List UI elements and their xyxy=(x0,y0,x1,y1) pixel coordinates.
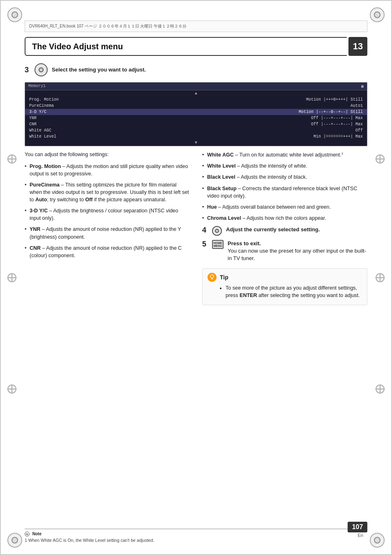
menu-row-5: White AGC Off xyxy=(25,127,367,134)
main-content: 3 Select the setting you want to adjust.… xyxy=(25,61,367,522)
chapter-badge: 13 xyxy=(348,37,367,56)
bullet-hue-desc: – Adjusts overall balance between red an… xyxy=(218,204,331,210)
bullet-hue: Hue – Adjusts overall balance between re… xyxy=(202,203,367,211)
corner-decoration-tl xyxy=(7,7,22,22)
menu-row-6: White Level Min |=======+++| Max xyxy=(25,134,367,140)
footnote-area: N Note 1 When White AGC is On, the White… xyxy=(25,529,367,543)
bullet-white-agc-term: White AGC xyxy=(207,152,234,158)
step4-text: Adjust the currently selected setting. xyxy=(226,226,320,233)
menu-row-3: YNR Off |---+---+---| Max xyxy=(25,115,367,121)
file-header-bar: DVR640H_RLT_EN.book 107 ページ ２００６年４月１１日 火… xyxy=(25,21,367,32)
footnote-label: N Note xyxy=(25,532,367,537)
tip-header: Tip xyxy=(208,273,362,282)
file-info-text: DVR640H_RLT_EN.book 107 ページ ２００６年４月１１日 火… xyxy=(29,23,187,29)
menu-title-bar: Memory1 ▣ xyxy=(25,83,367,90)
bullet-chroma-level-term: Chroma Level xyxy=(207,215,241,221)
page-lang: En xyxy=(358,533,363,538)
menu-row-4-label: CNR xyxy=(29,122,37,127)
bullet-prog-motion-term: Prog. Motion xyxy=(30,164,61,169)
corner-decoration-tr xyxy=(370,7,385,22)
edge-mark-right-mid xyxy=(376,273,385,282)
lightbulb-icon xyxy=(209,274,215,280)
bullet-3d-yc-desc: – Adjusts the brightness / colour separa… xyxy=(30,208,178,221)
footnote-label-text: Note xyxy=(32,532,42,536)
step3-intro: 3 Select the setting you want to adjust. xyxy=(25,63,367,76)
left-bullet-list: Prog. Motion – Adjusts the motion and st… xyxy=(25,163,190,259)
page-number-box: 107 xyxy=(348,522,367,532)
step5-number: 5 xyxy=(202,240,208,249)
content-columns: You can adjust the following settings: P… xyxy=(25,151,367,305)
menu-row-4-value: Off |---+---+---| Max xyxy=(311,122,363,127)
bullet-white-level-desc: – Adjusts the intensity of white. xyxy=(237,163,307,169)
tip-content: To see more of the picture as you adjust… xyxy=(208,284,362,299)
tip-box: Tip To see more of the picture as you ad… xyxy=(202,268,367,305)
menu-row-0-value: Motion |+++0++++| Still xyxy=(306,97,363,102)
bullet-black-level-term: Black Level xyxy=(207,174,235,180)
bullet-purecinema: PureCinema – This setting optimizes the … xyxy=(25,181,190,203)
bullet-purecinema-term: PureCinema xyxy=(30,182,60,188)
menu-row-2-label: 3-D Y/C xyxy=(29,110,46,114)
menu-row-0-label: Prog. Motion xyxy=(29,97,59,102)
step3-number: 3 xyxy=(25,66,30,74)
bullet-white-level: White Level – Adjusts the intensity of w… xyxy=(202,162,367,170)
bullet-cnr-desc: – Adjusts the amount of noise reduction … xyxy=(30,245,182,258)
step4-number: 4 xyxy=(202,226,208,235)
bullet-ynr: YNR – Adjusts the amount of noise reduct… xyxy=(25,226,190,240)
edge-mark-right-top xyxy=(376,154,385,164)
section-title-bar: The Video Adjust menu xyxy=(25,37,347,56)
intro-paragraph: You can adjust the following settings: xyxy=(25,151,190,159)
menu-nav-up: ▲ xyxy=(25,90,367,97)
menu-nav-down: ▼ xyxy=(25,140,367,146)
edge-mark-left-mid xyxy=(7,273,16,282)
bullet-black-setup-term: Black Setup xyxy=(207,186,237,191)
bullet-prog-motion: Prog. Motion – Adjusts the motion and st… xyxy=(25,163,190,177)
menu-row-1: PureCinema Auto1 xyxy=(25,103,367,109)
page-number: 107 xyxy=(352,523,363,530)
step4-dial-icon xyxy=(212,226,222,236)
bullet-black-level: Black Level – Adjusts the intensity of b… xyxy=(202,173,367,181)
menu-row-5-label: White AGC xyxy=(29,128,51,133)
bullet-black-level-desc: – Adjusts the intensity of black. xyxy=(237,174,307,180)
bullet-ynr-term: YNR xyxy=(30,226,40,232)
menu-close-btn: ▣ xyxy=(361,84,364,89)
tip-bullet-1: To see more of the picture as you adjust… xyxy=(226,284,362,299)
step3-dial-icon xyxy=(35,63,48,76)
step5-row: 5 HOMEMENU Press to exit. You can now us… xyxy=(202,240,367,263)
bullet-3d-yc-term: 3-D Y/C xyxy=(30,208,48,214)
right-column: White AGC – Turn on for automatic white … xyxy=(202,151,367,305)
corner-decoration-br xyxy=(370,533,385,548)
svg-text:N: N xyxy=(26,532,28,536)
step5-action-text: Press to exit. xyxy=(228,240,261,246)
menu-row-3-value: Off |---+---+---| Max xyxy=(311,116,363,120)
edge-mark-right-bot xyxy=(376,385,385,394)
menu-row-1-label: PureCinema xyxy=(29,104,54,108)
tip-title: Tip xyxy=(220,274,228,281)
menu-row-1-value: Auto1 xyxy=(350,104,363,108)
menu-row-5-value: Off xyxy=(355,128,363,133)
step4-row: 4 Adjust the currently selected setting. xyxy=(202,226,367,236)
bullet-white-level-term: White Level xyxy=(207,163,235,169)
note-icon: N xyxy=(25,532,30,537)
chapter-number: 13 xyxy=(353,41,363,52)
right-bullet-list: White AGC – Turn on for automatic white … xyxy=(202,151,367,222)
footnote-text: 1 When White AGC is On, the White Level … xyxy=(25,538,367,543)
svg-rect-1 xyxy=(212,278,213,279)
bullet-3d-yc: 3-D Y/C – Adjusts the brightness / colou… xyxy=(25,207,190,222)
bullet-hue-term: Hue xyxy=(207,204,217,210)
bullet-chroma-level: Chroma Level – Adjusts how rich the colo… xyxy=(202,214,367,222)
menu-row-6-label: White Level xyxy=(29,134,56,139)
menu-screenshot: Memory1 ▣ ▲ Prog. Motion Motion |+++0+++… xyxy=(25,82,367,146)
bullet-cnr-term: CNR xyxy=(30,245,41,251)
bullet-white-agc: White AGC – Turn on for automatic white … xyxy=(202,151,367,159)
step3-text: Select the setting you want to adjust. xyxy=(52,66,146,74)
edge-mark-left-bot xyxy=(7,385,16,394)
left-column: You can adjust the following settings: P… xyxy=(25,151,190,305)
tip-icon xyxy=(208,273,217,282)
menu-row-3-label: YNR xyxy=(29,116,37,120)
bullet-white-agc-desc: – Turn on for automatic white level adju… xyxy=(235,152,343,158)
menu-row-6-value: Min |=======+++| Max xyxy=(314,134,363,139)
menu-row-4: CNR Off |---+---+---| Max xyxy=(25,121,367,127)
bullet-black-setup: Black Setup – Corrects the standard refe… xyxy=(202,185,367,200)
bullet-chroma-level-desc: – Adjusts how rich the colors appear. xyxy=(242,215,326,221)
bullet-cnr: CNR – Adjusts the amount of noise reduct… xyxy=(25,244,190,259)
